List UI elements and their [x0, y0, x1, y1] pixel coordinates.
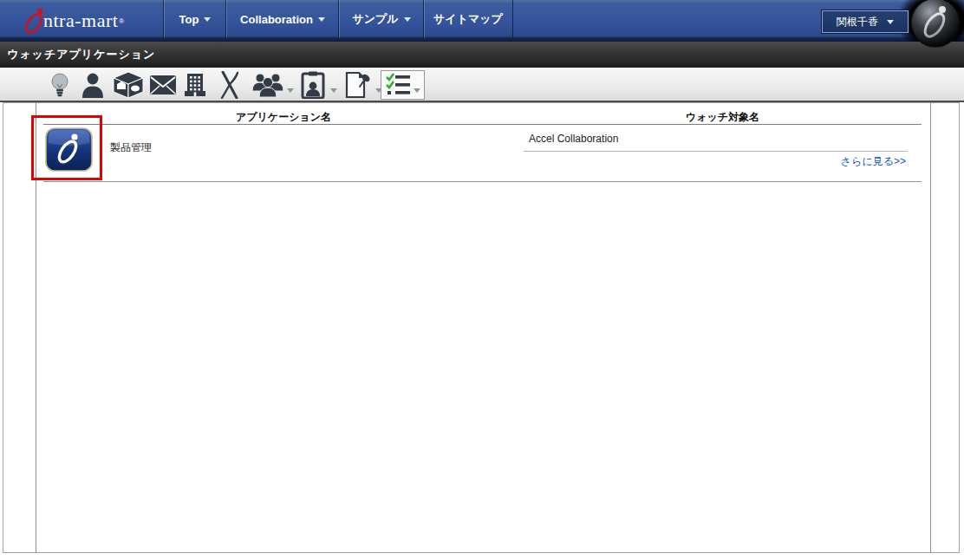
red-highlight-box — [31, 115, 102, 180]
page-titlebar: ウォッチアプリケーション — [0, 42, 964, 68]
chevron-down-icon — [204, 17, 211, 22]
avatar-circle — [911, 0, 960, 47]
toolbar-button-clipboard-user[interactable] — [298, 70, 337, 100]
checklist-icon — [385, 73, 411, 97]
column-header-application-name: アプリケーション名 — [43, 110, 524, 125]
document-pin-icon — [342, 71, 373, 99]
top-nav: ntra-mart ® Top Collaboration サンプル サイトマッ… — [0, 0, 964, 42]
nav-item-sample[interactable]: サンプル — [338, 0, 424, 38]
toolbar-button-checklist[interactable] — [381, 70, 425, 100]
content-frame — [3, 102, 960, 553]
toolbar-button-crossed-tools[interactable] — [214, 70, 244, 100]
building-icon — [184, 72, 206, 98]
toolbar-button-lightbulb[interactable] — [49, 70, 71, 100]
lightbulb-icon — [49, 72, 71, 98]
page: ntra-mart ® Top Collaboration サンプル サイトマッ… — [0, 0, 964, 560]
logo-text: ntra-mart — [43, 10, 118, 32]
more-link[interactable]: さらに見る>> — [524, 154, 906, 169]
user-menu-button[interactable]: 関根千香 — [822, 10, 909, 33]
nav-item-label: Top — [179, 13, 199, 26]
page-title: ウォッチアプリケーション — [7, 42, 155, 68]
users-group-icon — [251, 72, 284, 98]
chevron-down-icon — [414, 88, 420, 93]
nav-item-label: Collaboration — [240, 13, 313, 26]
chevron-down-icon — [287, 88, 294, 93]
clipboard-user-icon — [298, 71, 328, 99]
chevron-down-icon — [318, 17, 325, 22]
mail-icon — [149, 75, 177, 95]
cube-icon — [112, 71, 145, 99]
nav-item-top[interactable]: Top — [163, 0, 226, 38]
application-name: 製品管理 — [110, 140, 152, 155]
toolbar-button-mail[interactable] — [149, 70, 177, 100]
nav-item-collaboration[interactable]: Collaboration — [225, 0, 339, 38]
chevron-down-icon — [887, 20, 894, 24]
toolbar-button-document-pin[interactable] — [342, 70, 382, 100]
logo-registered-mark: ® — [119, 17, 124, 25]
header-underline — [43, 124, 922, 125]
toolbar-button-cube[interactable] — [112, 70, 145, 100]
user-icon — [81, 72, 105, 98]
nav-item-sitemap[interactable]: サイトマップ — [423, 0, 513, 38]
nav-item-label: サンプル — [352, 11, 398, 27]
toolbar-button-user[interactable] — [81, 70, 105, 100]
watch-target-separator — [524, 151, 908, 152]
chevron-down-icon — [330, 88, 337, 93]
chevron-down-icon — [404, 17, 411, 22]
table-rule-right — [930, 102, 931, 553]
avatar[interactable] — [909, 0, 961, 49]
row-divider — [43, 181, 922, 182]
logo-swoosh-icon — [23, 5, 46, 36]
watch-target-name: Accel Collaboration — [529, 133, 618, 145]
column-header-watch-target-name: ウォッチ対象名 — [524, 110, 922, 125]
crossed-tools-icon — [214, 71, 244, 99]
toolbar — [0, 68, 964, 102]
nav-item-label: サイトマップ — [433, 11, 503, 27]
toolbar-button-users-group[interactable] — [251, 70, 294, 100]
user-name: 関根千香 — [837, 15, 878, 29]
toolbar-button-building[interactable] — [184, 70, 206, 100]
intra-mart-logo[interactable]: ntra-mart ® — [23, 5, 124, 36]
